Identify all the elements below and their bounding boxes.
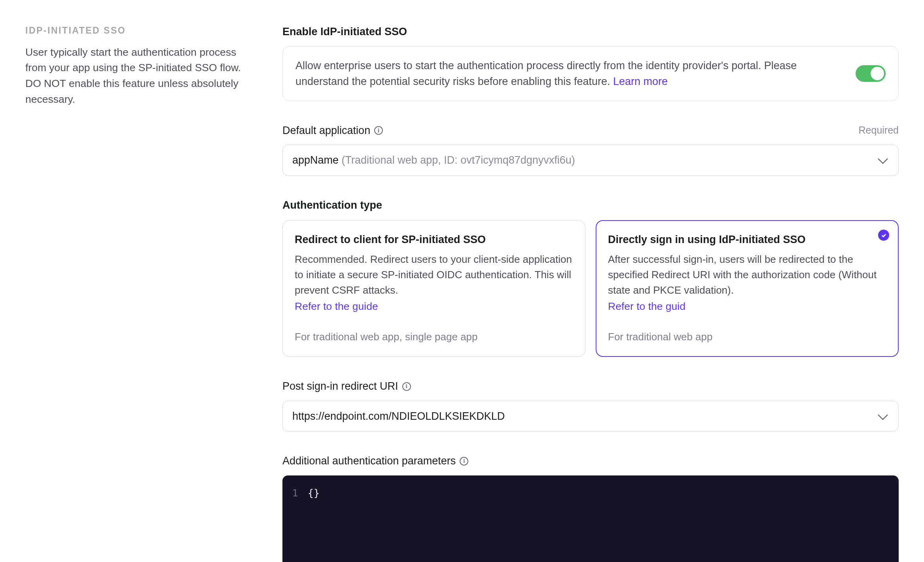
sidebar: IDP-INITIATED SSO User typically start t… — [25, 24, 259, 562]
learn-more-link[interactable]: Learn more — [613, 75, 668, 87]
selected-checkmark-icon — [878, 230, 889, 241]
refer-guide-link[interactable]: Refer to the guide — [295, 299, 573, 315]
enable-sso-card: Allow enterprise users to start the auth… — [282, 46, 899, 101]
code-content: {} — [308, 486, 320, 501]
default-application-label: Default application — [282, 123, 370, 139]
default-application-select[interactable]: appName (Traditional web app, ID: ovt7ic… — [282, 145, 899, 176]
enable-sso-body-text: Allow enterprise users to start the auth… — [295, 60, 797, 88]
enable-sso-title: Enable IdP-initiated SSO — [282, 24, 899, 40]
redirect-uri-select[interactable]: https://endpoint.com/NDIEOLDLKSIEKDKLD — [282, 401, 899, 432]
info-icon[interactable]: i — [374, 126, 383, 135]
info-icon[interactable]: i — [402, 382, 411, 391]
auth-option-footer: For traditional web app, single page app — [295, 329, 573, 345]
auth-option-title: Directly sign in using IdP-initiated SSO — [608, 232, 886, 248]
auth-option-description: After successful sign-in, users will be … — [608, 252, 886, 298]
additional-params-label: Additional authentication parameters — [282, 453, 456, 469]
auth-option-sp-initiated[interactable]: Redirect to client for SP-initiated SSO … — [282, 220, 585, 357]
code-line: 1 {} — [282, 486, 899, 501]
default-application-value: appName — [292, 154, 339, 166]
authentication-type-label: Authentication type — [282, 197, 899, 213]
enable-sso-description: Allow enterprise users to start the auth… — [295, 58, 846, 90]
required-label: Required — [859, 123, 899, 138]
redirect-uri-value: https://endpoint.com/NDIEOLDLKSIEKDKLD — [292, 408, 505, 424]
main-content: Enable IdP-initiated SSO Allow enterpris… — [282, 24, 899, 562]
additional-params-section: Additional authentication parameters i 1… — [282, 453, 899, 562]
line-number: 1 — [282, 486, 308, 501]
redirect-uri-label: Post sign-in redirect URI — [282, 378, 398, 394]
authentication-type-section: Authentication type Redirect to client f… — [282, 197, 899, 357]
sidebar-title: IDP-INITIATED SSO — [25, 24, 259, 38]
enable-sso-section: Enable IdP-initiated SSO Allow enterpris… — [282, 24, 899, 101]
refer-guide-link[interactable]: Refer to the guid — [608, 299, 886, 315]
redirect-uri-section: Post sign-in redirect URI i https://endp… — [282, 378, 899, 432]
default-application-section: Default application i Required appName (… — [282, 123, 899, 176]
enable-sso-toggle[interactable] — [856, 65, 886, 82]
default-application-details: (Traditional web app, ID: ovt7icymq87dgn… — [339, 154, 575, 166]
auth-option-footer: For traditional web app — [608, 329, 886, 345]
info-icon[interactable]: i — [460, 457, 468, 466]
chevron-down-icon — [878, 154, 888, 164]
sidebar-description: User typically start the authentication … — [25, 45, 259, 107]
additional-params-code-editor[interactable]: 1 {} — [282, 475, 899, 562]
auth-option-description: Recommended. Redirect users to your clie… — [295, 252, 573, 298]
chevron-down-icon — [878, 410, 888, 420]
auth-option-idp-initiated[interactable]: Directly sign in using IdP-initiated SSO… — [596, 220, 899, 357]
toggle-knob — [871, 67, 884, 80]
auth-option-title: Redirect to client for SP-initiated SSO — [295, 232, 573, 248]
